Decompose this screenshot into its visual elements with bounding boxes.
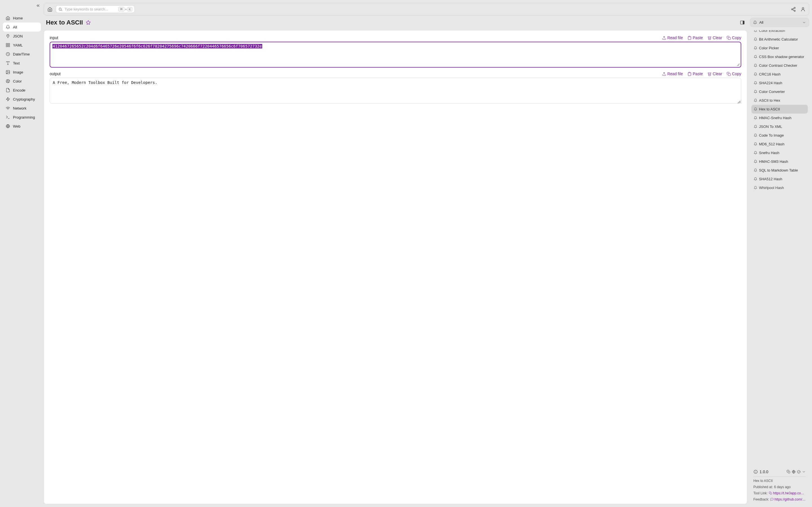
tool-item-label: Color Picker <box>759 46 779 50</box>
chevron-down-icon <box>802 20 806 24</box>
search-input[interactable] <box>64 7 116 11</box>
info-feedback: Feedback: https://github.com/… <box>753 497 806 501</box>
input-clear-button[interactable]: Clear <box>707 36 722 40</box>
bell-icon <box>754 38 757 41</box>
sidebar-item-encode[interactable]: Encode <box>3 86 41 95</box>
info-check-button[interactable] <box>797 470 801 474</box>
bell-icon <box>753 20 757 24</box>
svg-point-42 <box>797 470 801 473</box>
globe-icon <box>792 470 796 474</box>
sidebar-item-yaml[interactable]: YAML <box>3 41 41 50</box>
panel-toggle-button[interactable] <box>740 20 745 25</box>
sidebar-item-web[interactable]: Web <box>3 122 41 131</box>
bell-icon <box>754 55 757 59</box>
tool-item[interactable]: Whirlpool Hash <box>751 183 808 192</box>
tool-item[interactable]: Color Extraction <box>751 30 808 35</box>
sidebar-item-text[interactable]: Text <box>3 59 41 68</box>
input-paste-button[interactable]: Paste <box>688 36 703 40</box>
tool-item-label: CRC16 Hash <box>759 72 781 76</box>
home-button[interactable] <box>47 7 52 12</box>
right-sidebar: All Color ExtractionBit Arithmetic Calcu… <box>750 18 809 504</box>
tool-item[interactable]: Snefru Hash <box>751 149 808 157</box>
search-box[interactable]: ⌘ + K <box>56 5 135 13</box>
input-readfile-button[interactable]: Read file <box>662 36 683 40</box>
sidebar-item-label: Programming <box>13 115 35 119</box>
input-selection: 4120467265652c204d6f6465726e20546f6f6c62… <box>52 44 262 48</box>
terminal-icon <box>6 115 10 119</box>
plug-icon <box>6 34 10 38</box>
tool-item[interactable]: Code To Image <box>751 131 808 140</box>
sidebar-collapse-button[interactable] <box>36 3 40 9</box>
trash-icon <box>707 36 712 40</box>
share-icon <box>791 7 796 12</box>
tool-item[interactable]: Color Contrast Checker <box>751 61 808 70</box>
input-textarea[interactable]: 4120467265652c204d6f6465726e20546f6f6c62… <box>50 42 741 68</box>
file-icon <box>6 88 10 93</box>
tool-item[interactable]: SHA224 Hash <box>751 78 808 87</box>
share-button[interactable] <box>791 7 796 12</box>
bell-icon <box>754 142 757 146</box>
sidebar-item-datetime[interactable]: Date/Time <box>3 50 41 59</box>
home-icon <box>47 7 52 12</box>
svg-rect-31 <box>689 36 690 37</box>
bell-icon <box>754 168 757 172</box>
input-copy-button[interactable]: Copy <box>726 36 741 40</box>
tool-item[interactable]: Hex to ASCII <box>751 105 808 114</box>
sidebar-item-home[interactable]: Home <box>3 13 41 22</box>
sidebar-item-label: Web <box>13 124 20 128</box>
sidebar-item-cryptography[interactable]: Cryptography <box>3 95 41 104</box>
bell-icon <box>6 25 10 29</box>
tool-item[interactable]: CRC16 Hash <box>751 70 808 78</box>
tool-link[interactable]: https://t.he3app.co… <box>769 491 804 495</box>
search-icon <box>58 7 62 11</box>
info-globe-button[interactable] <box>792 470 796 474</box>
info-copy-button[interactable] <box>786 470 791 474</box>
output-paste-button[interactable]: Paste <box>688 71 703 76</box>
tool-item-label: MD6_512 Hash <box>759 142 784 146</box>
info-expand-button[interactable] <box>802 470 806 474</box>
sidebar-item-image[interactable]: Image <box>3 68 41 76</box>
tool-item[interactable]: SQL to Markdown Table <box>751 166 808 175</box>
tool-item[interactable]: HMAC-SM3 Hash <box>751 157 808 166</box>
tool-item-label: Whirlpool Hash <box>759 186 784 190</box>
sidebar-item-color[interactable]: Color <box>3 76 41 86</box>
tool-item[interactable]: ASCII to Hex <box>751 96 808 105</box>
output-textarea[interactable] <box>50 78 741 104</box>
info-tool-name: Hex to ASCII <box>753 479 806 483</box>
info-head-actions <box>786 470 806 474</box>
copy-icon <box>769 492 772 495</box>
aperture-icon <box>6 79 10 83</box>
tool-item-label: Hex to ASCII <box>759 107 780 111</box>
svg-point-8 <box>7 71 8 72</box>
tool-item-label: Snefru Hash <box>759 151 779 155</box>
globe-icon <box>6 124 10 128</box>
wifi-icon <box>6 106 10 110</box>
right-filter-dropdown[interactable]: All <box>750 18 809 27</box>
tool-item[interactable]: CSS Box shadow generator <box>751 52 808 61</box>
info-icon <box>753 469 758 474</box>
output-readfile-button[interactable]: Read file <box>662 71 683 76</box>
check-circle-icon <box>797 470 801 474</box>
favorite-button[interactable] <box>86 20 91 25</box>
sidebar-item-network[interactable]: Network <box>3 104 41 113</box>
profile-button[interactable] <box>801 7 806 12</box>
tool-item[interactable]: MD6_512 Hash <box>751 140 808 149</box>
bell-icon <box>754 46 757 50</box>
tool-item[interactable]: Bit Arithmetic Calculator <box>751 35 808 44</box>
sidebar-item-programming[interactable]: Programming <box>3 113 41 122</box>
output-copy-button[interactable]: Copy <box>726 71 741 76</box>
tool-list[interactable]: Color ExtractionBit Arithmetic Calculato… <box>750 30 809 464</box>
output-clear-button[interactable]: Clear <box>707 71 722 76</box>
output-block: output Read file Paste <box>50 71 741 105</box>
feedback-link[interactable]: https://github.com/… <box>770 497 806 501</box>
tool-item[interactable]: JSON To XML <box>751 122 808 131</box>
svg-rect-29 <box>743 21 744 24</box>
tool-item[interactable]: SHA512 Hash <box>751 175 808 183</box>
sidebar-item-json[interactable]: JSON <box>3 32 41 41</box>
tool-item[interactable]: HMAC-Snefru Hash <box>751 114 808 122</box>
tool-item-label: Bit Arithmetic Calculator <box>759 37 798 41</box>
sidebar-item-all[interactable]: All <box>3 22 41 32</box>
tool-item[interactable]: Color Converter <box>751 87 808 96</box>
tool-item[interactable]: Color Picker <box>751 44 808 52</box>
chevrons-left-icon <box>36 3 40 8</box>
